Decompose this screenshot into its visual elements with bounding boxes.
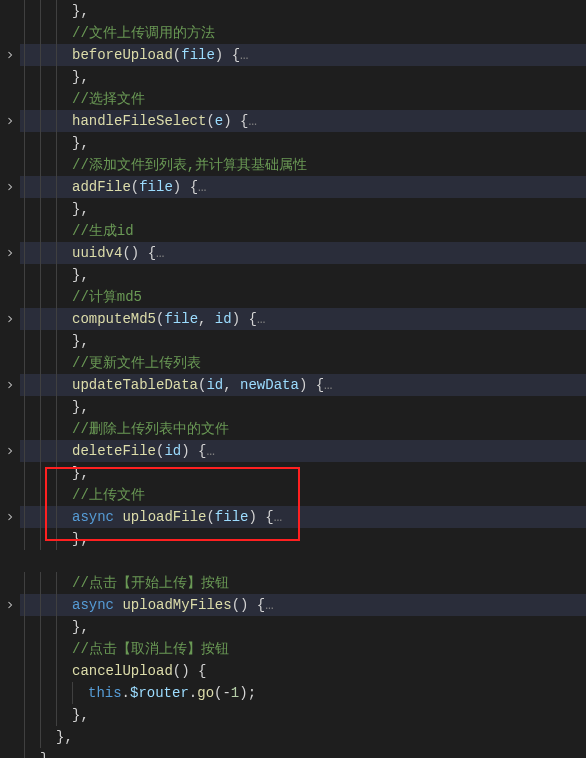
function-name: computeMd5 bbox=[72, 311, 156, 327]
close-brace[interactable]: }, bbox=[20, 528, 586, 550]
function-decl[interactable]: beforeUpload(file) {… bbox=[20, 44, 586, 66]
function-decl[interactable]: deleteFile(id) {… bbox=[20, 440, 586, 462]
param: file bbox=[181, 47, 215, 63]
function-name: uploadFile bbox=[122, 509, 206, 525]
comment: //添加文件到列表,并计算其基础属性 bbox=[72, 157, 307, 173]
keyword-this: this bbox=[88, 685, 122, 701]
comment: //更新文件上传列表 bbox=[72, 355, 201, 371]
fold-chevron-icon[interactable] bbox=[4, 115, 16, 127]
comment-line[interactable]: //点击【取消上传】按钮 bbox=[20, 638, 586, 660]
fold-ellipsis-icon[interactable]: … bbox=[257, 311, 265, 327]
fold-ellipsis-icon[interactable]: … bbox=[206, 443, 214, 459]
close-brace[interactable]: }, bbox=[20, 726, 586, 748]
fold-ellipsis-icon[interactable]: … bbox=[274, 509, 282, 525]
comment: //生成id bbox=[72, 223, 134, 239]
function-decl[interactable]: updateTableData(id, newData) {… bbox=[20, 374, 586, 396]
comment-line[interactable]: //更新文件上传列表 bbox=[20, 352, 586, 374]
fold-ellipsis-icon[interactable]: … bbox=[198, 179, 206, 195]
param: id bbox=[164, 443, 181, 459]
param: id bbox=[206, 377, 223, 393]
fold-chevron-icon[interactable] bbox=[4, 247, 16, 259]
function-name: uuidv4 bbox=[72, 245, 122, 261]
function-name: handleFileSelect bbox=[72, 113, 206, 129]
close-brace[interactable]: } bbox=[20, 748, 586, 758]
code-editor[interactable]: },//文件上传调用的方法beforeUpload(file) {…},//选择… bbox=[0, 0, 586, 758]
fold-chevron-icon[interactable] bbox=[4, 599, 16, 611]
param: e bbox=[215, 113, 223, 129]
comment-line[interactable]: //上传文件 bbox=[20, 484, 586, 506]
comment-line[interactable]: //计算md5 bbox=[20, 286, 586, 308]
close-brace[interactable]: }, bbox=[20, 66, 586, 88]
param: id bbox=[215, 311, 232, 327]
comment-line[interactable]: //删除上传列表中的文件 bbox=[20, 418, 586, 440]
close-brace[interactable]: }, bbox=[20, 396, 586, 418]
close-brace[interactable]: }, bbox=[20, 704, 586, 726]
close-brace[interactable]: }, bbox=[20, 198, 586, 220]
close-brace[interactable]: }, bbox=[20, 0, 586, 22]
param: file bbox=[164, 311, 198, 327]
comment-line[interactable]: //添加文件到列表,并计算其基础属性 bbox=[20, 154, 586, 176]
comment: //文件上传调用的方法 bbox=[72, 25, 215, 41]
keyword-async: async bbox=[72, 597, 114, 613]
fold-chevron-icon[interactable] bbox=[4, 379, 16, 391]
comment: //上传文件 bbox=[72, 487, 145, 503]
comment: //点击【取消上传】按钮 bbox=[72, 641, 229, 657]
close-brace[interactable]: }, bbox=[20, 264, 586, 286]
comment-line[interactable]: //选择文件 bbox=[20, 88, 586, 110]
function-decl[interactable]: handleFileSelect(e) {… bbox=[20, 110, 586, 132]
op: - bbox=[222, 685, 230, 701]
close-brace[interactable]: }, bbox=[20, 616, 586, 638]
fold-chevron-icon[interactable] bbox=[4, 511, 16, 523]
comment-line[interactable]: //点击【开始上传】按钮 bbox=[20, 572, 586, 594]
function-name: addFile bbox=[72, 179, 131, 195]
method: go bbox=[197, 685, 214, 701]
statement[interactable]: this.$router.go(-1); bbox=[20, 682, 586, 704]
param: newData bbox=[240, 377, 299, 393]
close-brace[interactable]: }, bbox=[20, 462, 586, 484]
close-brace[interactable]: }, bbox=[20, 330, 586, 352]
function-decl[interactable]: async uploadFile(file) {… bbox=[20, 506, 586, 528]
fold-gutter bbox=[0, 0, 20, 758]
function-decl[interactable]: async uploadMyFiles() {… bbox=[20, 594, 586, 616]
fold-ellipsis-icon[interactable]: … bbox=[240, 47, 248, 63]
fold-ellipsis-icon[interactable]: … bbox=[156, 245, 164, 261]
blank-line[interactable] bbox=[20, 550, 586, 572]
comment: //计算md5 bbox=[72, 289, 142, 305]
close-brace[interactable]: }, bbox=[20, 132, 586, 154]
prop: $router bbox=[130, 685, 189, 701]
function-name: updateTableData bbox=[72, 377, 198, 393]
function-name: deleteFile bbox=[72, 443, 156, 459]
fold-chevron-icon[interactable] bbox=[4, 445, 16, 457]
param: file bbox=[215, 509, 249, 525]
comment: //删除上传列表中的文件 bbox=[72, 421, 229, 437]
fold-ellipsis-icon[interactable]: … bbox=[248, 113, 256, 129]
code-area[interactable]: },//文件上传调用的方法beforeUpload(file) {…},//选择… bbox=[20, 0, 586, 758]
function-decl[interactable]: cancelUpload() { bbox=[20, 660, 586, 682]
function-decl[interactable]: addFile(file) {… bbox=[20, 176, 586, 198]
function-name: uploadMyFiles bbox=[122, 597, 231, 613]
function-decl[interactable]: computeMd5(file, id) {… bbox=[20, 308, 586, 330]
function-name: beforeUpload bbox=[72, 47, 173, 63]
fold-ellipsis-icon[interactable]: … bbox=[324, 377, 332, 393]
comment-line[interactable]: //文件上传调用的方法 bbox=[20, 22, 586, 44]
param: file bbox=[139, 179, 173, 195]
comment: //点击【开始上传】按钮 bbox=[72, 575, 229, 591]
number: 1 bbox=[231, 685, 239, 701]
function-name: cancelUpload bbox=[72, 663, 173, 679]
comment-line[interactable]: //生成id bbox=[20, 220, 586, 242]
fold-chevron-icon[interactable] bbox=[4, 313, 16, 325]
fold-chevron-icon[interactable] bbox=[4, 49, 16, 61]
fold-ellipsis-icon[interactable]: … bbox=[265, 597, 273, 613]
keyword-async: async bbox=[72, 509, 114, 525]
fold-chevron-icon[interactable] bbox=[4, 181, 16, 193]
comment: //选择文件 bbox=[72, 91, 145, 107]
function-decl[interactable]: uuidv4() {… bbox=[20, 242, 586, 264]
